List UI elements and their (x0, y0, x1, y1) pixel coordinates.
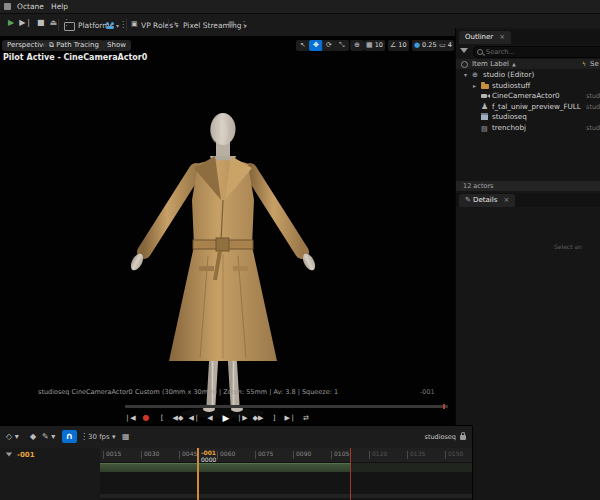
close-icon[interactable]: × (493, 33, 505, 41)
record-button[interactable]: ● (140, 412, 152, 424)
timeline-playhead[interactable] (197, 448, 199, 500)
timeline-scrollbar[interactable] (100, 494, 472, 498)
keyframe-options-button[interactable]: ◇ ▾ (6, 431, 19, 443)
toolbar-separator (168, 19, 169, 31)
pilot-active-label: Pilot Active - CineCameraActor0 (3, 53, 147, 62)
outliner-column-header[interactable]: Item Label ▲ ϟ Se (456, 59, 600, 69)
next-key-button[interactable]: ◆▶ (252, 412, 264, 424)
viewport-transport-controls: ❘◀●[◀◆◀❘◀▶❘▶◆▶]▶❘⇄ (124, 411, 354, 424)
world-space-icon[interactable]: ⊕ (350, 40, 364, 51)
item-label: studioseq (492, 112, 527, 123)
editor-utility-icon[interactable]: ▤ (228, 18, 235, 31)
rotate-tool-icon[interactable]: ⟳ (322, 40, 336, 51)
play-button[interactable]: ▶ (8, 18, 14, 27)
ruler-tick-0015: 0015 (106, 450, 121, 457)
ruler-tick-0150: 0150 (448, 450, 463, 457)
select-tool-icon[interactable]: ↖ (296, 40, 310, 51)
sequencer-more-button[interactable]: ⋮ (80, 431, 88, 443)
bracket-out-button[interactable]: ] (268, 412, 280, 424)
previous-key-button[interactable]: ◀◆ (172, 412, 184, 424)
expander-icon[interactable]: ▸ (473, 81, 476, 92)
level-viewport[interactable]: Perspective ⧉ Path Tracing Show ↖ ✥ ⟳ ⤡ … (0, 36, 455, 425)
outliner-item-cinecameraactor0[interactable]: CineCameraActor0stud (456, 91, 600, 102)
pencil-icon: ✎ (465, 196, 471, 204)
current-frame-display[interactable]: -001 (17, 451, 35, 459)
ruler-tick-0120: 0120 (372, 450, 387, 457)
item-label: CineCameraActor0 (492, 91, 560, 102)
search-input[interactable]: Search... (473, 46, 600, 58)
play-reverse-button[interactable]: ◀ (204, 412, 216, 424)
multi-user-icon[interactable] (106, 22, 116, 30)
sequencer-toolbar: ◇ ▾◆✎ ▾⋮▦ ∩ 30 fps ▾ studioseq (0, 426, 472, 449)
fps-dropdown[interactable]: 30 fps ▾ (88, 431, 115, 443)
rotation-snap-toggle[interactable]: ∠10 (388, 40, 409, 51)
scale-snap-toggle[interactable]: ●0.25 (412, 40, 439, 51)
step-back-button[interactable]: ◀❘ (188, 412, 200, 424)
octane-render-button[interactable]: ∩ (62, 430, 77, 443)
item-sequence-value: stud (586, 91, 600, 102)
go-to-end-button[interactable]: ▶❘ (284, 412, 296, 424)
outliner-item-f-tal-uniw-preview-full[interactable]: f_tal_uniw_preview_FULLstud (456, 102, 600, 113)
scrubber-playhead-mark[interactable] (443, 404, 445, 409)
add-keyframe-button[interactable]: ◆ (30, 431, 36, 443)
move-tool-icon[interactable]: ✥ (309, 40, 323, 51)
menu-bar: Octane Help (0, 0, 600, 14)
tab-outliner[interactable]: Outliner× (459, 31, 511, 44)
grid-snap-toggle[interactable]: ▦10 (364, 40, 385, 51)
sequencer-filter-icon[interactable] (6, 453, 12, 457)
play-forward-button[interactable]: ▶ (220, 412, 232, 424)
playback-end-marker[interactable] (350, 448, 351, 500)
sequencer-panel: ◇ ▾◆✎ ▾⋮▦ ∩ 30 fps ▾ studioseq -001 0015… (0, 425, 472, 500)
item-label: studiostuff (492, 81, 530, 92)
ruler-tick-0075: 0075 (258, 450, 273, 457)
unreal-editor-window: Octane Help ▶▶❘■⏏⋮ Platforms ▾ ⋮ ▣ VP Ro… (0, 0, 600, 500)
timeline-ruler[interactable]: 0015003000450060007500900105012001350150 (100, 448, 472, 463)
menu-help[interactable]: Help (48, 2, 71, 11)
eject-button[interactable]: ⏏ (50, 18, 58, 27)
scale-tool-icon[interactable]: ⤡ (335, 40, 349, 51)
sequencer-filter-button[interactable]: ▦ (122, 431, 130, 443)
bracket-in-button[interactable]: [ (156, 412, 168, 424)
step-forward-button[interactable]: ❘▶ (236, 412, 248, 424)
curve-tool-button[interactable]: ✎ ▾ (42, 431, 55, 443)
ruler-tick-0105: 0105 (334, 450, 349, 457)
view-mode-dropdown[interactable]: ⧉ Path Tracing (44, 40, 104, 51)
ruler-tick-0060: 0060 (220, 450, 235, 457)
skip-frame-button[interactable]: ▶❘ (19, 18, 32, 27)
stop-button[interactable]: ■ (37, 18, 45, 27)
search-icon (477, 49, 483, 55)
pixel-streaming-dropdown[interactable]: Pixel Streaming ▾ (183, 21, 247, 30)
show-dropdown[interactable]: Show (102, 40, 131, 51)
go-to-front-button[interactable]: ❘◀ (124, 412, 136, 424)
close-icon[interactable]: × (497, 196, 509, 204)
lock-icon[interactable] (460, 435, 466, 440)
outliner-item-studio-editor-[interactable]: ▾studio (Editor) (456, 70, 600, 81)
outliner-item-studiostuff[interactable]: ▸studiostuff (456, 81, 600, 92)
outliner-item-studioseq[interactable]: studioseq (456, 112, 600, 123)
menu-octane[interactable]: Octane (14, 2, 47, 11)
expander-icon[interactable]: ▾ (464, 70, 467, 81)
ruler-tick-0135: 0135 (410, 450, 425, 457)
toolbar-separator (126, 19, 127, 31)
platforms-icon (64, 22, 75, 31)
app-icon[interactable] (4, 3, 11, 10)
item-label: studio (Editor) (483, 70, 534, 81)
ruler-tick-0090: 0090 (296, 450, 311, 457)
loop-mode-button[interactable]: ⇄ (300, 412, 312, 424)
mesh-icon (481, 125, 489, 132)
details-tab-strip: ✎ Details× (456, 193, 600, 207)
outliner-item-trenchobj[interactable]: trenchobjstud (456, 123, 600, 134)
playhead-frame-label: -001 (201, 449, 216, 456)
camera-icon (481, 94, 487, 98)
outliner-tab-strip: Outliner× (456, 30, 600, 44)
visibility-column-icon (461, 61, 468, 68)
details-empty-hint: Select an (554, 243, 600, 250)
tab-details[interactable]: ✎ Details× (459, 194, 515, 207)
playback-scrubber[interactable] (125, 405, 448, 408)
camera-speed-button[interactable]: ▭4 (437, 40, 454, 51)
item-sequence-value: stud (586, 102, 600, 113)
pixel-streaming-icon: ➣ (173, 18, 179, 31)
toolbar-separator (58, 19, 59, 31)
toolbar-options-button[interactable]: ⋮ (240, 18, 248, 31)
sort-arrow-icon: ▲ (512, 59, 516, 69)
